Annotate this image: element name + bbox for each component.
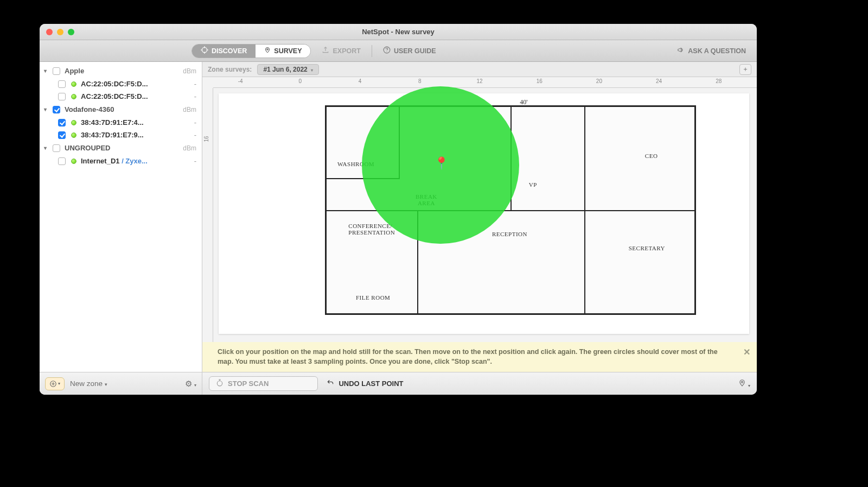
chevron-down-icon: ▾ [58,381,60,386]
group-name: Vodafone-4360 [65,105,114,113]
network-item[interactable]: Internet_D1 / Zyxe... - [40,155,202,167]
plus-icon: ＋ [742,65,749,74]
settings-button[interactable]: ⚙ ▾ [185,379,196,389]
pin-icon [738,381,748,389]
network-checkbox[interactable] [58,119,66,127]
crosshair-icon [201,46,208,55]
minimize-window-button[interactable] [57,29,63,35]
network-mac: AC:22:05:DC:F5:D... [81,80,194,88]
user-guide-button[interactable]: USER GUIDE [383,46,436,55]
survey-label: SURVEY [274,47,302,55]
bottom-toolbar: STOP SCAN UNDO LAST POINT ▾ [202,372,757,395]
discover-tab[interactable]: DISCOVER [192,45,256,58]
survey-tab[interactable]: SURVEY [256,45,310,58]
network-value: - [194,80,196,88]
network-group-header[interactable]: ▾ UNGROUPED dBm [40,141,202,155]
gear-icon: ⚙ [185,379,192,388]
discover-label: DISCOVER [212,47,247,55]
signal-dot-icon [71,81,76,87]
ruler-vertical: 16 [202,88,213,372]
network-value: - [194,92,196,100]
group-checkbox[interactable] [53,106,60,113]
ask-question-label: ASK A QUESTION [688,47,746,55]
chevron-down-icon: ▾ [748,383,750,388]
undo-last-point-button[interactable]: UNDO LAST POINT [327,379,403,388]
stopwatch-icon [216,379,224,388]
network-item[interactable]: AC:22:05:DC:F5:D... - [40,90,202,103]
map-pin-menu-button[interactable]: ▾ [738,378,750,389]
export-label: EXPORT [333,47,360,55]
group-checkbox[interactable] [53,67,60,75]
chevron-down-icon: ▾ [105,382,107,387]
network-list[interactable]: ▾ Apple dBm AC:22:05:DC:F5:D... - AC:22:… [40,62,202,372]
network-value: - [194,131,196,139]
network-mac: Internet_D1 / Zyxe... [81,157,194,165]
network-checkbox[interactable] [58,93,66,100]
export-button: EXPORT [322,46,360,55]
room-label: CEO [645,153,658,159]
add-survey-button[interactable]: ＋ [739,64,751,75]
network-value: - [194,157,196,165]
sample-pin-icon: 📍 [434,156,449,170]
stop-scan-label: STOP SCAN [228,380,269,388]
network-checkbox[interactable] [58,157,66,165]
network-checkbox[interactable] [58,80,66,88]
svg-point-11 [217,381,222,386]
network-item[interactable]: 38:43:7D:91:E7:4... - [40,116,202,129]
chevron-down-icon: ▾ [311,68,313,73]
main-toolbar: DISCOVER SURVEY EXPORT USER GUIDE [40,40,757,62]
signal-dot-icon [71,120,76,125]
zoom-window-button[interactable] [68,29,74,35]
chevron-down-icon: ▾ [44,68,53,74]
network-item[interactable]: AC:22:05:DC:F5:D... - [40,78,202,90]
room-label: RECEPTION [492,231,527,237]
network-sidebar: ▾ Apple dBm AC:22:05:DC:F5:D... - AC:22:… [40,62,202,395]
network-mac: AC:22:05:DC:F5:D... [81,92,194,100]
network-group-header[interactable]: ▾ Vodafone-4360 dBm [40,103,202,116]
ruler-horizontal: -4 0 4 8 12 16 20 24 28 [213,77,757,88]
instruction-text: Click on your position on the map and ho… [218,348,718,365]
network-checkbox[interactable] [58,131,66,139]
titlebar: NetSpot - New survey [40,24,757,40]
mode-switch: DISCOVER SURVEY [192,44,311,58]
map-canvas[interactable]: -4 0 4 8 12 16 20 24 28 16 40' [202,77,757,372]
sidebar-footer: ▾ New zone▾ ⚙ ▾ [40,372,202,395]
zone-survey-selector[interactable]: #1 Jun 6, 2022▾ [257,64,318,75]
network-mac: 38:43:7D:91:E7:4... [81,118,194,127]
signal-dot-icon [71,132,76,138]
main-panel: Zone surveys: #1 Jun 6, 2022▾ ＋ -4 0 4 8… [202,62,757,395]
instruction-banner: Click on your position on the map and ho… [202,342,757,372]
stop-scan-button[interactable]: STOP SCAN [209,376,318,391]
network-mac: 38:43:7D:91:E7:9... [81,131,194,139]
signal-dot-icon [71,159,76,164]
close-window-button[interactable] [46,29,53,35]
window-controls [46,29,74,35]
undo-label: UNDO LAST POINT [339,380,403,388]
network-group-header[interactable]: ▾ Apple dBm [40,64,202,78]
network-item[interactable]: 38:43:7D:91:E7:9... - [40,129,202,141]
svg-point-5 [267,49,269,50]
ask-question-button[interactable]: ASK A QUESTION [677,46,746,55]
group-name: Apple [65,67,84,75]
room-label: FILE ROOM [356,294,390,301]
group-checkbox[interactable] [53,144,60,152]
close-banner-button[interactable]: ✕ [743,346,750,358]
room-label: SECRETARY [629,245,665,251]
window-title: NetSpot - New survey [40,28,757,36]
chevron-down-icon: ▾ [194,383,196,388]
megaphone-icon [677,46,685,55]
svg-point-0 [202,47,207,52]
close-icon: ✕ [743,347,750,357]
add-zone-button[interactable]: ▾ [45,377,65,390]
new-zone-dropdown[interactable]: New zone▾ [70,380,107,388]
zone-bar: Zone surveys: #1 Jun 6, 2022▾ ＋ [202,62,757,77]
app-window: NetSpot - New survey DISCOVER SURVEY EXP… [40,24,757,395]
user-guide-label: USER GUIDE [394,47,436,55]
group-name: UNGROUPED [65,144,111,152]
floorplan-map[interactable]: 40' WASHROOM BREAK AREA CONFERENCE/ PRES… [219,93,749,334]
undo-icon [327,379,334,388]
svg-point-7 [386,52,387,52]
dbm-label: dBm [183,106,196,113]
zone-surveys-label: Zone surveys: [208,66,252,73]
help-icon [383,46,391,55]
